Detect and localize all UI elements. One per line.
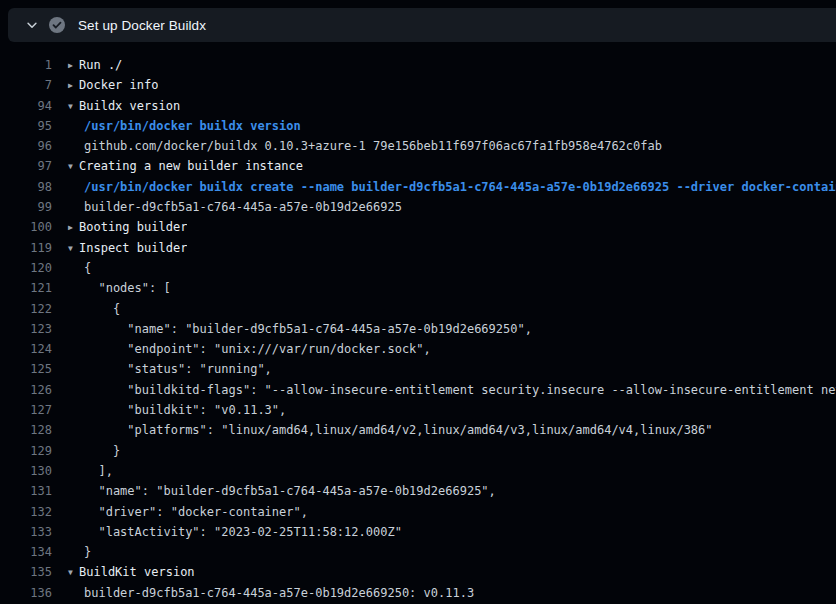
log-row: 127 "buildkit": "v0.11.3", [0,400,836,420]
line-number[interactable]: 7 [0,75,52,95]
group-title: Buildx version [79,99,180,113]
log-row: 129 } [0,441,836,461]
log-text: "buildkit": "v0.11.3", [52,400,286,420]
line-number[interactable]: 135 [0,562,52,582]
command-text: /usr/bin/docker buildx version [52,116,301,136]
line-number[interactable]: 124 [0,339,52,359]
line-number[interactable]: 98 [0,177,52,197]
log-row: 126 "buildkitd-flags": "--allow-insecure… [0,380,836,400]
triangle-collapsed-icon: ▶ [68,218,79,237]
log-lines: 1▶Run ./7▶Docker info94▼Buildx version95… [0,42,836,604]
command-text: /usr/bin/docker buildx create --name bui… [52,177,836,197]
log-group-row[interactable]: 97▼Creating a new builder instance [0,156,836,176]
triangle-expanded-icon: ▼ [68,563,79,582]
line-number[interactable]: 1 [0,55,52,75]
log-text: "endpoint": "unix:///var/run/docker.sock… [52,339,431,359]
log-group-row[interactable]: 100▶Booting builder [0,217,836,237]
line-number[interactable]: 122 [0,299,52,319]
line-number[interactable]: 119 [0,238,52,258]
log-row: 123 "name": "builder-d9cfb5a1-c764-445a-… [0,319,836,339]
check-circle-icon [49,17,65,33]
log-text: { [52,299,120,319]
group-content[interactable]: ▼Buildx version [52,96,180,116]
log-text: { [52,258,91,278]
log-text: builder-d9cfb5a1-c764-445a-a57e-0b19d2e6… [52,583,474,603]
line-number[interactable]: 136 [0,583,52,603]
group-content[interactable]: ▼BuildKit version [52,562,195,582]
log-text: github.com/docker/buildx 0.10.3+azure-1 … [52,136,662,156]
log-row: 132 "driver": "docker-container", [0,502,836,522]
group-content[interactable]: ▶Docker info [52,75,158,95]
log-group-row[interactable]: 1▶Run ./ [0,55,836,75]
log-text: "driver": "docker-container", [52,502,308,522]
log-row: 134} [0,542,836,562]
log-row: 136builder-d9cfb5a1-c764-445a-a57e-0b19d… [0,583,836,603]
group-content[interactable]: ▶Booting builder [52,217,187,237]
log-text: builder-d9cfb5a1-c764-445a-a57e-0b19d2e6… [52,197,402,217]
triangle-collapsed-icon: ▶ [68,56,79,75]
triangle-collapsed-icon: ▶ [68,76,79,95]
log-row: 133 "lastActivity": "2023-02-25T11:58:12… [0,522,836,542]
log-row: 121 "nodes": [ [0,278,836,298]
line-number[interactable]: 133 [0,522,52,542]
line-number[interactable]: 129 [0,441,52,461]
group-content[interactable]: ▼Creating a new builder instance [52,156,303,176]
group-content[interactable]: ▶Run ./ [52,55,122,75]
log-text: "platforms": "linux/amd64,linux/amd64/v2… [52,420,713,440]
line-number[interactable]: 120 [0,258,52,278]
line-number[interactable]: 128 [0,420,52,440]
log-text: "lastActivity": "2023-02-25T11:58:12.000… [52,522,402,542]
triangle-expanded-icon: ▼ [68,239,79,258]
step-title: Set up Docker Buildx [78,18,206,33]
log-row: 95/usr/bin/docker buildx version [0,116,836,136]
log-row: 125 "status": "running", [0,359,836,379]
log-row: 124 "endpoint": "unix:///var/run/docker.… [0,339,836,359]
line-number[interactable]: 95 [0,116,52,136]
log-row: 131 "name": "builder-d9cfb5a1-c764-445a-… [0,481,836,501]
log-row: 122 { [0,299,836,319]
log-text: } [52,542,91,562]
actions-log-viewer: Set up Docker Buildx 1▶Run ./7▶Docker in… [0,0,836,604]
line-number[interactable]: 96 [0,136,52,156]
line-number[interactable]: 132 [0,502,52,522]
step-header[interactable]: Set up Docker Buildx [8,8,836,42]
log-group-row[interactable]: 94▼Buildx version [0,96,836,116]
group-title: Booting builder [79,220,187,234]
group-title: Docker info [79,78,158,92]
log-text: "status": "running", [52,359,272,379]
line-number[interactable]: 121 [0,278,52,298]
log-row: 96github.com/docker/buildx 0.10.3+azure-… [0,136,836,156]
log-text: "name": "builder-d9cfb5a1-c764-445a-a57e… [52,319,532,339]
log-text: } [52,441,120,461]
chevron-down-icon[interactable] [24,17,40,33]
group-title: Creating a new builder instance [79,159,303,173]
line-number[interactable]: 125 [0,359,52,379]
line-number[interactable]: 97 [0,156,52,176]
log-row: 98/usr/bin/docker buildx create --name b… [0,177,836,197]
line-number[interactable]: 100 [0,217,52,237]
log-text: "nodes": [ [52,278,171,298]
line-number[interactable]: 134 [0,542,52,562]
group-content[interactable]: ▼Inspect builder [52,238,187,258]
line-number[interactable]: 130 [0,461,52,481]
line-number[interactable]: 94 [0,96,52,116]
log-group-row[interactable]: 7▶Docker info [0,75,836,95]
log-row: 130 ], [0,461,836,481]
log-text: "name": "builder-d9cfb5a1-c764-445a-a57e… [52,481,496,501]
line-number[interactable]: 126 [0,380,52,400]
log-row: 99builder-d9cfb5a1-c764-445a-a57e-0b19d2… [0,197,836,217]
triangle-expanded-icon: ▼ [68,157,79,176]
line-number[interactable]: 131 [0,481,52,501]
log-group-row[interactable]: 119▼Inspect builder [0,238,836,258]
group-title: BuildKit version [79,565,195,579]
line-number[interactable]: 123 [0,319,52,339]
group-title: Inspect builder [79,241,187,255]
group-title: Run ./ [79,58,122,72]
triangle-expanded-icon: ▼ [68,97,79,116]
line-number[interactable]: 99 [0,197,52,217]
log-group-row[interactable]: 135▼BuildKit version [0,562,836,582]
log-text: ], [52,461,113,481]
log-text: "buildkitd-flags": "--allow-insecure-ent… [52,380,836,400]
line-number[interactable]: 127 [0,400,52,420]
log-row: 128 "platforms": "linux/amd64,linux/amd6… [0,420,836,440]
